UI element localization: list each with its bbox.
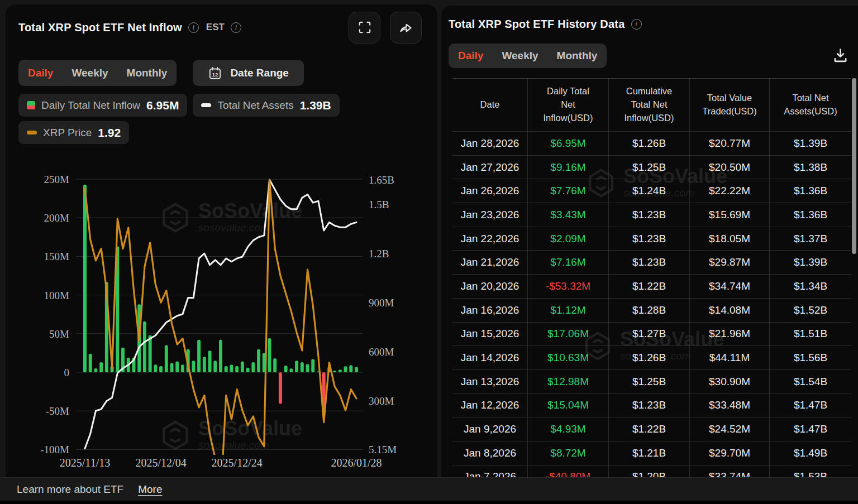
date-cell: Jan 9,2026 — [452, 417, 528, 441]
assets-cell: $1.53B — [770, 465, 851, 477]
table-scrollbar[interactable] — [852, 78, 856, 254]
svg-text:2026/01/28: 2026/01/28 — [331, 457, 382, 469]
est-info-icon[interactable]: i — [231, 22, 241, 33]
column-header: Total NetAssets(USD) — [770, 79, 851, 132]
inflow-cell: $9.16M — [528, 156, 609, 180]
inflow-cell: -$40.80M — [528, 465, 609, 477]
svg-text:900M: 900M — [369, 297, 394, 309]
date-cell: Jan 20,2026 — [452, 275, 528, 299]
assets-cell: $1.52B — [770, 299, 851, 323]
svg-text:100M: 100M — [44, 290, 70, 301]
column-header: CumulativeTotal NetInflow(USD) — [609, 79, 690, 132]
inflow-cell: $7.16M — [528, 251, 609, 275]
tab-daily[interactable]: Daily — [28, 67, 53, 79]
cumulative-cell: $1.26B — [609, 346, 690, 370]
svg-text:250M: 250M — [44, 174, 70, 185]
traded-cell: $14.08M — [690, 299, 770, 323]
svg-text:2025/12/04: 2025/12/04 — [136, 457, 187, 469]
net-inflow-chart-panel: SoSoValue sosovalue.com SoSoValue sosova… — [6, 4, 437, 477]
cumulative-cell: $1.22B — [609, 417, 690, 441]
legend-label: Total Net Assets — [217, 99, 293, 112]
cumulative-cell: $1.25B — [609, 370, 690, 394]
inflow-cell: $7.76M — [528, 179, 609, 203]
assets-cell: $1.39B — [770, 132, 851, 156]
history-info-icon[interactable]: i — [631, 19, 642, 30]
tab-monthly[interactable]: Monthly — [127, 67, 168, 79]
traded-cell: $29.87M — [690, 251, 770, 275]
share-button[interactable] — [390, 12, 422, 44]
cumulative-cell: $1.20B — [609, 465, 690, 477]
traded-cell: $21.96M — [690, 323, 770, 347]
inflow-cell: $3.43M — [528, 203, 609, 227]
assets-cell: $1.36B — [770, 203, 851, 227]
cumulative-cell: $1.24B — [609, 179, 690, 203]
chart-legend-row-2: XRP Price 1.92 — [18, 121, 129, 144]
table-row: Jan 22,2026$2.09M$1.23B$18.05M$1.37B — [452, 227, 851, 251]
footer-more-link[interactable]: More — [138, 483, 162, 496]
assets-cell: $1.39B — [770, 251, 851, 275]
tab-weekly[interactable]: Weekly — [72, 67, 108, 79]
svg-text:12: 12 — [212, 71, 218, 77]
traded-cell: $20.50M — [690, 156, 770, 180]
date-range-button[interactable]: 12 Date Range — [193, 60, 304, 86]
timezone-label: EST — [206, 22, 225, 33]
date-cell: Jan 15,2026 — [452, 323, 528, 347]
chart-legend-row-1: Daily Total Net Inflow 6.95M Total Net A… — [18, 94, 340, 117]
fullscreen-icon — [358, 20, 372, 35]
svg-text:-50M: -50M — [46, 405, 69, 417]
title-info-icon[interactable]: i — [188, 22, 199, 33]
history-tab-daily[interactable]: Daily — [458, 50, 483, 62]
date-cell: Jan 27,2026 — [452, 156, 528, 180]
svg-text:300M: 300M — [369, 395, 394, 407]
traded-cell: $22.22M — [690, 179, 770, 203]
inflow-cell: -$53.32M — [528, 275, 609, 299]
inflow-cell: $1.12M — [528, 299, 609, 323]
date-cell: Jan 21,2026 — [452, 251, 528, 275]
cumulative-cell: $1.23B — [609, 394, 690, 418]
svg-text:5.15M: 5.15M — [369, 444, 397, 455]
legend-value: 1.92 — [98, 126, 121, 140]
legend-daily-net-inflow[interactable]: Daily Total Net Inflow 6.95M — [18, 94, 187, 117]
cumulative-cell: $1.21B — [609, 441, 690, 465]
legend-label: XRP Price — [43, 127, 92, 139]
inflow-cell: $6.95M — [528, 132, 609, 156]
legend-xrp-price[interactable]: XRP Price 1.92 — [18, 121, 129, 144]
date-cell: Jan 16,2026 — [452, 299, 528, 323]
assets-cell: $1.49B — [770, 441, 851, 465]
right-panel-header: Total XRP Spot ETF History Data i — [449, 8, 842, 40]
table-body: Jan 28,2026$6.95M$1.26B$20.77M$1.39BJan … — [452, 132, 851, 477]
svg-text:600M: 600M — [369, 346, 394, 358]
assets-cell: $1.38B — [770, 156, 851, 180]
fullscreen-button[interactable] — [349, 12, 380, 44]
assets-cell: $1.51B — [770, 323, 851, 347]
page-title: Total XRP Spot ETF Net Inflow — [18, 21, 182, 34]
date-cell: Jan 12,2026 — [452, 394, 528, 418]
svg-text:200M: 200M — [44, 212, 70, 224]
history-period-tab-group: Daily Weekly Monthly — [449, 44, 607, 68]
svg-text:-100M: -100M — [40, 444, 69, 455]
traded-cell: $33.74M — [690, 465, 770, 477]
left-panel-header: Total XRP Spot ETF Net Inflow i EST i — [18, 11, 422, 44]
table-row: Jan 12,2026$15.04M$1.23B$33.48M$1.47B — [452, 394, 851, 418]
traded-cell: $29.70M — [690, 441, 770, 465]
bottom-strip — [0, 501, 858, 504]
share-icon — [398, 20, 413, 35]
calendar-icon: 12 — [208, 66, 222, 80]
table-row: Jan 23,2026$3.43M$1.23B$15.69M$1.36B — [452, 203, 851, 227]
legend-label: Daily Total Net Inflow — [41, 99, 140, 112]
inflow-cell: $12.98M — [528, 370, 609, 394]
traded-cell: $20.77M — [690, 132, 770, 156]
history-tab-weekly[interactable]: Weekly — [502, 50, 538, 62]
cumulative-cell: $1.26B — [609, 132, 690, 156]
legend-total-net-assets[interactable]: Total Net Assets 1.39B — [193, 94, 339, 117]
date-cell: Jan 13,2026 — [452, 370, 528, 394]
price-series-chip — [27, 131, 37, 135]
svg-text:2025/12/24: 2025/12/24 — [212, 457, 263, 469]
download-button[interactable] — [832, 47, 849, 66]
period-tab-group: Daily Weekly Monthly — [18, 60, 177, 86]
table-row: Jan 13,2026$12.98M$1.25B$30.90M$1.54B — [452, 370, 851, 394]
svg-text:50M: 50M — [49, 328, 69, 340]
assets-series-chip — [201, 103, 211, 107]
table-row: Jan 27,2026$9.16M$1.25B$20.50M$1.38B — [452, 156, 851, 180]
history-tab-monthly[interactable]: Monthly — [557, 50, 598, 62]
